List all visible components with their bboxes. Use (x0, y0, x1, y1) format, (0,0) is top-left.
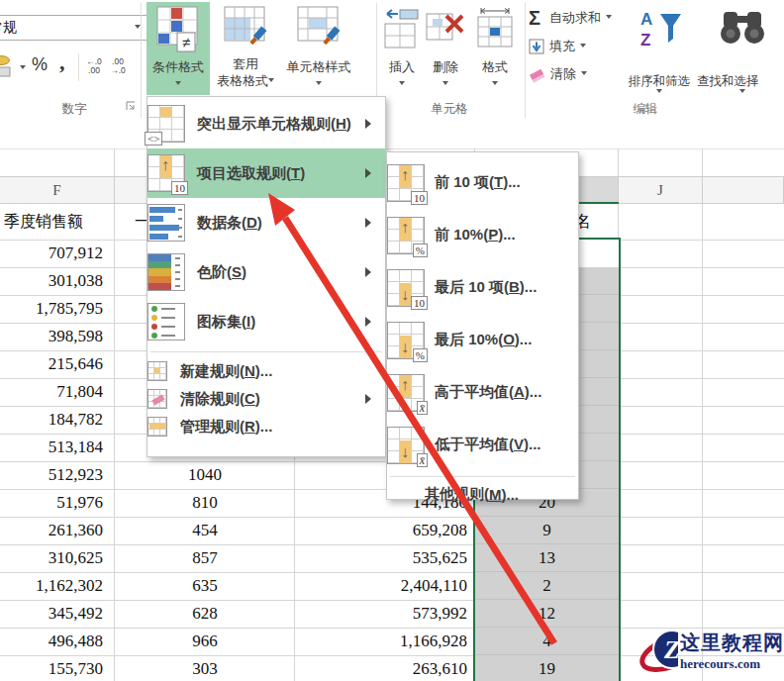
cell-F9[interactable]: 184,782 (0, 406, 115, 434)
sort-filter-button[interactable]: A Z 排序和筛选 (620, 2, 699, 99)
down-icon: ↓10 (387, 269, 425, 307)
cell-H15[interactable]: 2,404,110 (295, 572, 475, 600)
chevron-down-icon (581, 71, 587, 78)
format-icon (474, 6, 516, 51)
submenu-item-B[interactable]: ↓10最后 10 项(B)... (387, 261, 578, 314)
top-bottom-rules-submenu: ↑10前 10 项(T)...↑%前 10%(P)...↓10最后 10 项(B… (386, 151, 579, 500)
delete-cells-button[interactable]: 删除 (424, 2, 467, 95)
cell-G13[interactable]: 454 (115, 517, 295, 544)
fill-button[interactable]: 填充 (529, 36, 586, 57)
cell-H13[interactable]: 659,208 (295, 517, 475, 544)
cell-G15[interactable]: 635 (115, 572, 295, 600)
cell-F10[interactable]: 513,184 (0, 434, 115, 461)
submenu-arrow-icon (365, 317, 376, 327)
cell-I16[interactable]: 12 (475, 600, 619, 628)
column-header-blank[interactable] (703, 177, 784, 203)
chevron-down-icon (606, 15, 612, 22)
cell-F8[interactable]: 71,804 (0, 378, 115, 406)
clear-button[interactable]: 清除 (529, 63, 587, 85)
cell-F4[interactable]: 301,038 (0, 267, 115, 295)
menu-item-D[interactable]: 数据条(D) (147, 198, 385, 247)
autosum-button[interactable]: Σ 自动求和 (529, 7, 612, 29)
format-cells-button[interactable]: 格式 (471, 2, 519, 95)
cell-F12[interactable]: 51,976 (0, 489, 115, 517)
menu-item-label: 数据条(D) (197, 214, 262, 233)
cell-F18[interactable]: 155,730 (0, 655, 115, 681)
submenu-item-P[interactable]: ↑%前 10%(P)... (387, 209, 578, 261)
submenu-item-V[interactable]: ↓x̄低于平均值(V)... (387, 419, 578, 471)
cell-H18[interactable]: 263,610 (295, 655, 475, 681)
column-header-F[interactable]: F (0, 177, 115, 203)
cell-I15[interactable]: 2 (475, 572, 619, 600)
menu-item-label: 管理规则(R)... (180, 418, 272, 437)
conditional-formatting-button[interactable]: ≠ 条件格式 (147, 2, 210, 95)
accounting-format-caret[interactable] (20, 65, 26, 72)
submenu-item-A[interactable]: ↑x̄高于平均值(A)... (387, 366, 578, 419)
menu-item-T[interactable]: ↑10项目选取规则(T) (147, 148, 385, 198)
format-as-table-icon (224, 6, 267, 51)
cell-F3[interactable]: 707,912 (0, 240, 115, 267)
submenu-item-label: 前 10%(P)... (435, 226, 516, 244)
cell-G14[interactable]: 857 (115, 544, 295, 572)
column-header-J[interactable]: J (619, 177, 703, 203)
find-select-button[interactable]: 查找和选择 (697, 2, 784, 99)
number-format-combobox[interactable]: 常规 (0, 15, 147, 41)
badge: 10 (171, 181, 188, 195)
cell-F16[interactable]: 345,492 (0, 600, 115, 628)
submenu-item-T[interactable]: ↑10前 10 项(T)... (387, 156, 578, 209)
sort-filter-label: 排序和筛选 (620, 73, 699, 90)
submenu-item-O[interactable]: ↓%最后 10%(O)... (387, 314, 578, 366)
accounting-format-icon[interactable] (0, 52, 18, 80)
menu-separator (150, 351, 382, 352)
sigma-icon: Σ (529, 7, 540, 30)
submenu-arrow-icon (365, 267, 376, 277)
chevron-down-icon (656, 89, 662, 96)
cell-styles-button[interactable]: 单元格样式 (279, 2, 358, 95)
cell-H17[interactable]: 1,166,928 (295, 628, 475, 655)
cell-I13[interactable]: 9 (475, 517, 619, 544)
comma-style-button[interactable]: , (59, 49, 65, 75)
cell-F17[interactable]: 496,488 (0, 628, 115, 655)
cell-F11[interactable]: 512,923 (0, 461, 115, 489)
badge: x̄ (417, 453, 428, 467)
menu-item-H[interactable]: <>突出显示单元格规则(H) (147, 99, 385, 148)
cell-I17[interactable]: 4 (475, 628, 619, 655)
cell-F15[interactable]: 1,162,302 (0, 572, 115, 600)
manage-rules-icon (147, 417, 167, 437)
number-dialog-launcher-icon[interactable] (125, 100, 137, 112)
cell-F13[interactable]: 261,360 (0, 517, 115, 544)
menu-item-S[interactable]: 色阶(S) (147, 247, 385, 297)
cell-F14[interactable]: 310,625 (0, 544, 115, 572)
decrease-decimal-button[interactable]: .00 →.0 (107, 57, 129, 75)
percent-style-button[interactable]: % (32, 54, 48, 75)
increase-decimal-button[interactable]: ←.0 .00 (83, 57, 105, 75)
menu-item-R[interactable]: 管理规则(R)... (147, 413, 385, 440)
cell-G12[interactable]: 810 (115, 489, 295, 517)
cell-F7[interactable]: 215,646 (0, 350, 115, 378)
cell-F2[interactable]: 季度销售额 (0, 204, 115, 240)
cell-G17[interactable]: 966 (115, 628, 295, 655)
cell-G18[interactable]: 303 (115, 655, 295, 681)
cell-H16[interactable]: 573,992 (295, 600, 475, 628)
cell-F6[interactable]: 398,598 (0, 323, 115, 350)
insert-cells-button[interactable]: 插入 (382, 2, 422, 95)
svg-text:≠: ≠ (182, 34, 190, 50)
up-icon: ↑x̄ (387, 374, 425, 412)
cell-H14[interactable]: 535,625 (295, 544, 475, 572)
cell-F5[interactable]: 1,785,795 (0, 295, 115, 323)
submenu-item-more-rules[interactable]: 其他规则(M)... (387, 482, 578, 506)
cell-G11[interactable]: 1040 (115, 461, 295, 489)
cell-G16[interactable]: 628 (115, 600, 295, 628)
menu-item-C[interactable]: 清除规则(C) (147, 385, 385, 413)
chevron-down-icon (399, 81, 405, 88)
menu-item-label: 色阶(S) (197, 263, 246, 282)
cell-I14[interactable]: 13 (475, 544, 619, 572)
menu-item-I[interactable]: 图标集(I) (147, 297, 385, 346)
number-format-value: 常规 (0, 19, 17, 37)
format-as-table-button[interactable]: 套用 表格格式 (214, 2, 277, 95)
autosum-label: 自动求和 (549, 9, 601, 27)
cell-I18[interactable]: 19 (475, 655, 619, 681)
menu-item-N[interactable]: 新建规则(N)... (147, 357, 385, 385)
data-bars-icon (147, 204, 185, 242)
up-icon: ↑% (387, 217, 425, 254)
